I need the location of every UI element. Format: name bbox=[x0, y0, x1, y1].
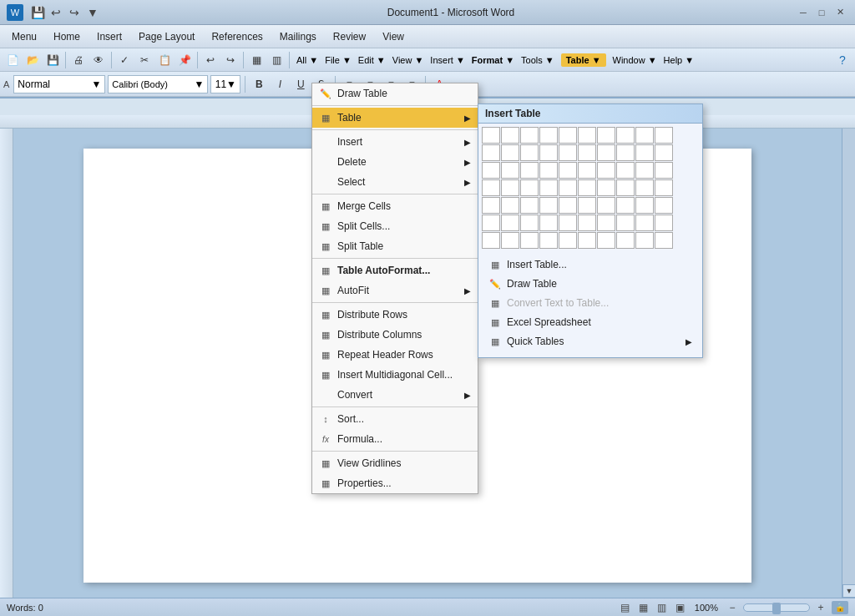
toolbar-all-label[interactable]: All ▼ bbox=[296, 55, 318, 65]
grid-cell-4-7[interactable] bbox=[616, 197, 635, 214]
dd-table-item[interactable]: ▦ Table ▶ bbox=[312, 108, 478, 128]
dd-convert[interactable]: Convert ▶ bbox=[312, 385, 478, 405]
grid-cell-1-7[interactable] bbox=[616, 144, 635, 161]
dd-distribute-columns[interactable]: ▦ Distribute Columns bbox=[312, 325, 478, 345]
dd-split-table[interactable]: ▦ Split Table bbox=[312, 236, 478, 256]
save-button[interactable]: 💾 bbox=[30, 5, 45, 20]
toolbar-view-label[interactable]: View ▼ bbox=[392, 55, 424, 65]
toolbar-file-label[interactable]: File ▼ bbox=[325, 55, 352, 65]
grid-cell-3-0[interactable] bbox=[482, 179, 500, 196]
grid-cell-1-0[interactable] bbox=[482, 144, 500, 161]
menu-item-insert[interactable]: Insert bbox=[89, 28, 130, 45]
toolbar-window-label[interactable]: Window ▼ bbox=[613, 55, 657, 65]
table-button[interactable]: ▦ bbox=[247, 51, 266, 69]
menu-item-mailings[interactable]: Mailings bbox=[271, 28, 325, 45]
grid-cell-2-3[interactable] bbox=[539, 162, 558, 179]
grid-cell-2-1[interactable] bbox=[501, 162, 519, 179]
font-size-dropdown[interactable]: 11 ▼ bbox=[210, 75, 240, 93]
grid-cell-1-2[interactable] bbox=[520, 144, 539, 161]
undo-toolbar-button[interactable]: ↩ bbox=[201, 51, 220, 69]
grid-cell-3-1[interactable] bbox=[501, 179, 519, 196]
grid-cell-0-8[interactable] bbox=[635, 127, 654, 144]
grid-cell-4-8[interactable] bbox=[635, 197, 654, 214]
toolbar-help-label[interactable]: Help ▼ bbox=[664, 55, 695, 65]
dd-properties[interactable]: ▦ Properties... bbox=[312, 473, 478, 493]
pa-draw-table[interactable]: ✏️ Draw Table bbox=[483, 275, 697, 293]
open-button[interactable]: 📂 bbox=[23, 51, 42, 69]
grid-cell-3-7[interactable] bbox=[616, 179, 635, 196]
dd-distribute-rows[interactable]: ▦ Distribute Rows bbox=[312, 305, 478, 325]
grid-cell-3-6[interactable] bbox=[597, 179, 615, 196]
toolbar-format-label[interactable]: Format ▼ bbox=[472, 55, 514, 65]
grid-cell-6-8[interactable] bbox=[635, 232, 654, 249]
grid-cell-3-8[interactable] bbox=[635, 179, 654, 196]
cut-button[interactable]: ✂ bbox=[135, 51, 154, 69]
pa-excel-spreadsheet[interactable]: ▦ Excel Spreadsheet bbox=[483, 313, 697, 331]
zoom-slider-thumb[interactable] bbox=[772, 603, 781, 614]
grid-cell-0-2[interactable] bbox=[520, 127, 539, 144]
view-mode-button-2[interactable]: ▦ bbox=[636, 600, 651, 615]
grid-cell-1-8[interactable] bbox=[635, 144, 654, 161]
dd-view-gridlines[interactable]: ▦ View Gridlines bbox=[312, 453, 478, 473]
new-button[interactable]: 📄 bbox=[3, 51, 22, 69]
grid-cell-4-1[interactable] bbox=[501, 197, 519, 214]
grid-cell-2-6[interactable] bbox=[597, 162, 615, 179]
scroll-down-button[interactable]: ▼ bbox=[842, 584, 855, 598]
dd-table-autoformat[interactable]: ▦ Table AutoFormat... bbox=[312, 260, 478, 280]
grid-cell-5-9[interactable] bbox=[655, 215, 673, 231]
grid-cell-6-9[interactable] bbox=[655, 232, 673, 249]
dd-split-cells[interactable]: ▦ Split Cells... bbox=[312, 216, 478, 236]
toolbar-edit-label[interactable]: Edit ▼ bbox=[358, 55, 386, 65]
grid-cell-4-4[interactable] bbox=[559, 197, 577, 214]
grid-cell-3-9[interactable] bbox=[655, 179, 673, 196]
dd-merge-cells[interactable]: ▦ Merge Cells bbox=[312, 196, 478, 216]
view-mode-button-3[interactable]: ▥ bbox=[655, 600, 670, 615]
grid-cell-5-6[interactable] bbox=[597, 215, 615, 231]
underline-button[interactable]: U bbox=[291, 75, 310, 93]
grid-cell-4-5[interactable] bbox=[578, 197, 596, 214]
grid-cell-6-5[interactable] bbox=[578, 232, 596, 249]
grid-cell-1-6[interactable] bbox=[597, 144, 615, 161]
font-dropdown[interactable]: Calibri (Body) ▼ bbox=[108, 75, 208, 93]
paste-button[interactable]: 📌 bbox=[175, 51, 194, 69]
grid-cell-2-4[interactable] bbox=[559, 162, 577, 179]
grid-cell-3-3[interactable] bbox=[539, 179, 558, 196]
grid-cell-0-7[interactable] bbox=[616, 127, 635, 144]
grid-cell-5-1[interactable] bbox=[501, 215, 519, 231]
grid-cell-3-4[interactable] bbox=[559, 179, 577, 196]
toolbar-tools-label[interactable]: Tools ▼ bbox=[521, 55, 554, 65]
dd-sort[interactable]: ↕ Sort... bbox=[312, 409, 478, 429]
grid-cell-2-0[interactable] bbox=[482, 162, 500, 179]
grid-cell-6-1[interactable] bbox=[501, 232, 519, 249]
zoom-in-button[interactable]: + bbox=[813, 600, 828, 615]
zoom-slider[interactable] bbox=[743, 603, 810, 612]
grid-cell-0-0[interactable] bbox=[482, 127, 500, 144]
grid-cell-3-5[interactable] bbox=[578, 179, 596, 196]
zoom-out-button[interactable]: − bbox=[725, 600, 740, 615]
grid-cell-1-1[interactable] bbox=[501, 144, 519, 161]
redo-toolbar-button[interactable]: ↪ bbox=[221, 51, 240, 69]
grid-cell-2-5[interactable] bbox=[578, 162, 596, 179]
grid-cell-5-8[interactable] bbox=[635, 215, 654, 231]
view-mode-button-4[interactable]: ▣ bbox=[673, 600, 688, 615]
grid-cell-5-2[interactable] bbox=[520, 215, 539, 231]
grid-cell-0-9[interactable] bbox=[655, 127, 673, 144]
grid-cell-2-7[interactable] bbox=[616, 162, 635, 179]
menu-item-review[interactable]: Review bbox=[325, 28, 374, 45]
grid-cell-6-4[interactable] bbox=[559, 232, 577, 249]
grid-cell-1-9[interactable] bbox=[655, 144, 673, 161]
menu-item-view[interactable]: View bbox=[374, 28, 412, 45]
grid-cell-2-2[interactable] bbox=[520, 162, 539, 179]
dd-repeat-header-rows[interactable]: ▦ Repeat Header Rows bbox=[312, 345, 478, 365]
italic-button[interactable]: I bbox=[271, 75, 289, 93]
grid-cell-0-4[interactable] bbox=[559, 127, 577, 144]
grid-cell-0-1[interactable] bbox=[501, 127, 519, 144]
maximize-button[interactable]: □ bbox=[813, 5, 830, 20]
dd-formula[interactable]: fx Formula... bbox=[312, 429, 478, 449]
grid-cell-1-4[interactable] bbox=[559, 144, 577, 161]
grid-cell-6-7[interactable] bbox=[616, 232, 635, 249]
preview-button[interactable]: 👁 bbox=[89, 51, 108, 69]
pa-insert-table[interactable]: ▦ Insert Table... bbox=[483, 255, 697, 274]
help-icon[interactable]: ? bbox=[833, 51, 852, 69]
grid-cell-6-3[interactable] bbox=[539, 232, 558, 249]
